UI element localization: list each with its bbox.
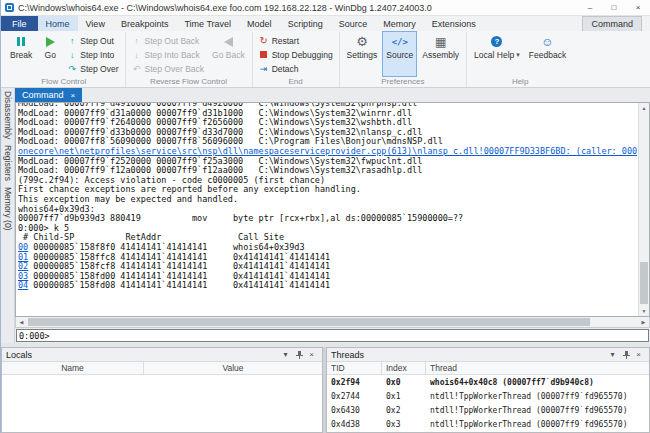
titlebar: C:\Windows\whois64.exe - C:\Windows\whoi… — [1, 0, 650, 16]
break-pause-icon — [16, 34, 26, 49]
local-help-button[interactable]: ? Local Help▾ — [471, 32, 523, 76]
bottom-panels: Locals ▾ × Name Value Threads ▾ × TID In… — [1, 347, 650, 433]
main-area: Disassembly Registers Memory (0) Command… — [1, 88, 650, 343]
feedback-button[interactable]: ☺ Feedback — [526, 32, 569, 76]
locals-title: Locals — [6, 350, 279, 360]
locals-value-column-header[interactable]: Value — [144, 362, 322, 374]
step-out-back-button[interactable]: ↑ Step Out Back — [130, 34, 207, 47]
step-into-button[interactable]: ↓ Step Into — [65, 48, 120, 61]
preferences-group: ⚙ Settings </> Source ▦ Assembly Prefere… — [340, 32, 468, 87]
frame-number-link[interactable]: 02 — [18, 261, 28, 271]
stop-debugging-button[interactable]: Stop Debugging — [257, 48, 335, 61]
thread-index: 0x2 — [382, 406, 426, 415]
frame-text: 00000085`158fcf8 41414141`41414141 0x414… — [28, 261, 330, 271]
threads-close-icon[interactable]: × — [632, 350, 645, 359]
step-out-icon: ↑ — [67, 36, 77, 46]
settings-button[interactable]: ⚙ Settings — [344, 32, 381, 76]
tab-file[interactable]: File — [1, 16, 38, 31]
reverse-flow-control-group-label: Reverse Flow Control — [130, 76, 248, 87]
tab-view[interactable]: View — [78, 16, 113, 31]
threads-index-column-header[interactable]: Index — [382, 362, 426, 374]
step-over-back-button[interactable]: ↶ Step Over Back — [130, 62, 207, 75]
locals-pin-icon[interactable] — [292, 350, 305, 359]
command-panel: Command × ModLoad: 00007ff9`d4910000 000… — [15, 88, 650, 343]
frame-number-link[interactable]: 01 — [18, 252, 28, 262]
frame-number-link[interactable]: 04 — [18, 280, 28, 290]
tab-breakpoints[interactable]: Breakpoints — [113, 16, 177, 31]
command-input-box[interactable]: 0:000> — [16, 329, 649, 342]
chevron-down-icon: ▾ — [516, 51, 520, 59]
locals-close-icon[interactable]: × — [305, 350, 318, 359]
frame-number-link[interactable]: 03 — [18, 271, 28, 281]
sidebar-tab-memory[interactable]: Memory (0) — [3, 187, 13, 230]
tab-model[interactable]: Model — [239, 16, 280, 31]
tab-command[interactable]: Command — [582, 16, 642, 31]
step-out-button[interactable]: ↑ Step Out — [65, 34, 120, 47]
tab-memory[interactable]: Memory — [375, 16, 424, 31]
locals-panel: Locals ▾ × Name Value — [1, 347, 323, 433]
tab-source[interactable]: Source — [331, 16, 376, 31]
vertical-scroll-thumb[interactable] — [640, 262, 648, 304]
help-group: ? Local Help▾ ☺ Feedback Help — [467, 32, 573, 87]
scroll-left-icon[interactable]: ◀ — [16, 317, 27, 327]
thread-index: 0x0 — [382, 378, 426, 387]
go-back-button[interactable]: Go Back — [209, 32, 248, 76]
tab-scripting[interactable]: Scripting — [280, 16, 331, 31]
threads-menu-icon[interactable]: ▾ — [606, 350, 619, 359]
command-tab[interactable]: Command × — [15, 88, 82, 102]
window-controls: – □ × — [578, 0, 650, 15]
step-over-button[interactable]: ↷ Step Over — [65, 62, 120, 75]
thread-row[interactable]: 0x4d38 0x3 ntdll!TppWorkerThread (00007f… — [327, 417, 649, 431]
maximize-button[interactable]: □ — [602, 0, 626, 15]
tab-extensions[interactable]: Extensions — [424, 16, 484, 31]
detach-button[interactable]: ⇥ Detach — [257, 62, 335, 75]
source-mode-button[interactable]: </> Source — [383, 32, 416, 76]
sidebar-tab-registers[interactable]: Registers — [3, 145, 13, 181]
threads-pin-icon[interactable] — [619, 350, 632, 359]
reverse-flow-control-group: ↑ Step Out Back ↓ Step Into Back ↶ Step … — [126, 32, 253, 87]
detach-label: Detach — [272, 64, 299, 74]
threads-thread-column-header[interactable]: Thread — [426, 362, 649, 374]
frame-number-link[interactable]: 00 — [18, 242, 28, 252]
scroll-up-icon[interactable]: ▲ — [639, 103, 649, 113]
command-input-row: 0:000> — [15, 328, 650, 343]
locals-menu-icon[interactable]: ▾ — [279, 350, 292, 359]
tab-time-travel[interactable]: Time Travel — [176, 16, 239, 31]
step-out-label: Step Out — [80, 36, 114, 46]
step-out-back-icon: ↑ — [132, 36, 142, 46]
locals-name-column-header[interactable]: Name — [2, 362, 144, 374]
command-tab-close-icon[interactable]: × — [71, 91, 76, 100]
windbg-app-icon — [5, 3, 14, 12]
tab-home[interactable]: Home — [38, 16, 78, 31]
command-input[interactable] — [52, 330, 646, 341]
vertical-scrollbar[interactable]: ▲ ▼ — [638, 103, 649, 316]
horizontal-scrollbar[interactable]: ◀ ▶ — [15, 317, 650, 328]
thread-row[interactable]: 0x2744 0x1 ntdll!TppWorkerThread (00007f… — [327, 389, 649, 403]
thread-tid: 0x2f94 — [327, 378, 382, 387]
horizontal-scroll-track[interactable] — [27, 317, 638, 327]
scroll-down-icon[interactable]: ▼ — [639, 306, 649, 316]
vertical-scroll-track[interactable] — [639, 113, 649, 306]
go-button[interactable]: Go — [38, 32, 62, 76]
minimize-button[interactable]: – — [578, 0, 602, 15]
restart-button[interactable]: ↻ Restart — [257, 34, 335, 47]
thread-index: 0x1 — [382, 392, 426, 401]
assembly-mode-button[interactable]: ▦ Assembly — [419, 32, 462, 76]
step-into-label: Step Into — [80, 50, 114, 60]
scroll-right-icon[interactable]: ▶ — [638, 317, 649, 327]
thread-name: ntdll!TppWorkerThread (00007ff9`fd965570… — [426, 392, 649, 401]
step-over-icon: ↷ — [67, 64, 77, 74]
step-into-back-button[interactable]: ↓ Step Into Back — [130, 48, 207, 61]
close-button[interactable]: × — [626, 0, 650, 15]
thread-name: whois64+0x40c8 (00007ff7`d9b940c8) — [426, 378, 649, 387]
threads-tid-column-header[interactable]: TID — [327, 362, 382, 374]
break-button[interactable]: Break — [7, 32, 35, 76]
docked-tab-strip: Disassembly Registers Memory (0) — [1, 88, 15, 343]
flow-control-group: Break Go ↑ Step Out ↓ Step Into — [3, 32, 126, 87]
gear-icon: ⚙ — [356, 34, 368, 49]
sidebar-tab-disassembly[interactable]: Disassembly — [3, 91, 13, 139]
thread-row[interactable]: 0x6430 0x2 ntdll!TppWorkerThread (00007f… — [327, 403, 649, 417]
horizontal-scroll-thumb[interactable] — [28, 318, 590, 326]
thread-row[interactable]: 0x2f94 0x0 whois64+0x40c8 (00007ff7`d9b9… — [327, 375, 649, 389]
window-title: C:\Windows\whois64.exe - C:\Windows\whoi… — [18, 3, 578, 13]
